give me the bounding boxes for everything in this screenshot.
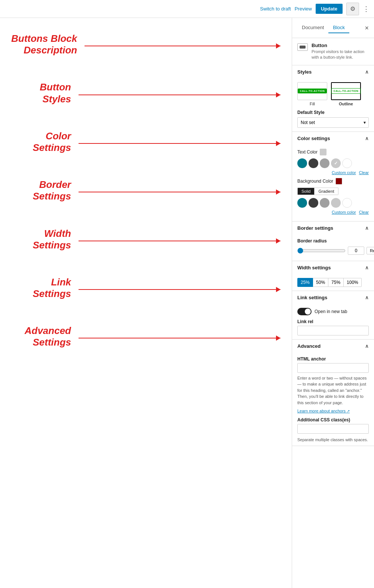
outline-label: Outline: [339, 102, 353, 106]
width-chevron-icon: ∧: [365, 265, 369, 270]
width-settings-panel: Width settings ∧ 25% 50% 75% 100%: [292, 261, 374, 291]
border-settings-title: Border settings: [297, 225, 333, 231]
link-settings-arrow: [79, 289, 280, 290]
text-custom-color-link[interactable]: Custom color: [332, 170, 356, 175]
bg-color-teal[interactable]: [297, 198, 307, 208]
style-fill[interactable]: CALL-TO-ACTION Fill: [297, 82, 327, 106]
link-chevron-icon: ∧: [365, 295, 369, 300]
link-settings-section: LinkSettings: [11, 276, 280, 303]
switch-to-draft-link[interactable]: Switch to draft: [260, 6, 291, 12]
styles-panel-body: CALL-TO-ACTION Fill CALL-TO-ACTION Outli…: [292, 78, 374, 131]
link-settings-label: LinkSettings: [11, 276, 71, 300]
default-style-select[interactable]: Not set: [297, 117, 369, 128]
tab-document[interactable]: Document: [297, 22, 328, 33]
additional-css-input[interactable]: [297, 424, 369, 434]
border-settings-header[interactable]: Border settings ∧: [292, 222, 374, 235]
link-settings-header[interactable]: Link settings ∧: [292, 291, 374, 304]
solid-tab[interactable]: Solid: [297, 188, 315, 195]
bg-color-row: Background Color: [297, 178, 369, 185]
bg-color-gray[interactable]: [320, 198, 329, 208]
block-info: Button Prompt visitors to take action wi…: [292, 38, 374, 65]
text-color-dark[interactable]: [309, 158, 318, 168]
width-settings-label: WidthSettings: [11, 228, 71, 251]
update-button[interactable]: Update: [316, 4, 343, 14]
advanced-header[interactable]: Advanced ∧: [292, 340, 374, 353]
width-75-button[interactable]: 75%: [328, 278, 344, 287]
width-100-button[interactable]: 100%: [344, 278, 362, 287]
link-settings-body: Open in new tab Link rel: [292, 304, 374, 339]
color-settings-chevron-icon: ∧: [365, 136, 369, 141]
color-settings-title: Color settings: [297, 136, 330, 141]
border-reset-button[interactable]: Reset: [367, 247, 374, 254]
advanced-settings-label: AdvancedSettings: [11, 325, 71, 348]
dots-icon[interactable]: ⋮: [363, 6, 370, 12]
text-clear-button[interactable]: Clear: [359, 170, 369, 175]
sidebar-header: Document Block ×: [292, 18, 374, 38]
style-fill-box: CALL-TO-ACTION: [297, 82, 327, 100]
text-color-gray[interactable]: [320, 158, 329, 168]
preview-link[interactable]: Preview: [295, 6, 312, 12]
style-outline[interactable]: CALL-TO-ACTION Outline: [331, 82, 361, 106]
text-color-circles: [297, 158, 369, 168]
close-icon[interactable]: ×: [365, 25, 369, 31]
bg-color-white[interactable]: [342, 198, 352, 208]
color-settings-panel: Color settings ∧ Text Color Custom color: [292, 132, 374, 222]
advanced-body: HTML anchor Enter a word or two — withou…: [292, 353, 374, 446]
fill-cta-text: CALL-TO-ACTION: [298, 89, 327, 93]
text-color-teal[interactable]: [297, 158, 307, 168]
text-color-white[interactable]: [342, 158, 352, 168]
width-settings-header[interactable]: Width settings ∧: [292, 261, 374, 274]
learn-more-link[interactable]: Learn more about anchors ↗: [297, 409, 350, 413]
fill-label: Fill: [310, 102, 315, 106]
bg-color-link-row: Custom color Clear: [297, 210, 369, 214]
block-info-text: Button Prompt visitors to take action wi…: [312, 43, 369, 61]
width-settings-title: Width settings: [297, 265, 331, 270]
bg-clear-button[interactable]: Clear: [359, 210, 369, 214]
styles-chevron-icon: ∧: [365, 69, 369, 75]
width-settings-body: 25% 50% 75% 100%: [292, 274, 374, 291]
css-note: Separate multiple classes with spaces.: [297, 437, 369, 442]
link-rel-input[interactable]: [297, 326, 369, 335]
advanced-panel: Advanced ∧ HTML anchor Enter a word or t…: [292, 340, 374, 446]
outline-cta-text: CALL-TO-ACTION: [331, 88, 361, 94]
styles-panel: Styles ∧ CALL-TO-ACTION Fill CALL-TO-ACT…: [292, 65, 374, 132]
html-anchor-desc: Enter a word or two — without spaces — t…: [297, 375, 369, 406]
border-chevron-icon: ∧: [365, 225, 369, 231]
button-styles-arrow: [79, 95, 280, 95]
block-desc: Prompt visitors to take action with a bu…: [312, 49, 369, 61]
open-new-tab-toggle[interactable]: [297, 308, 312, 315]
border-radius-input[interactable]: [348, 247, 364, 255]
default-style-label: Default Style: [297, 110, 369, 115]
bg-color-dark[interactable]: [309, 198, 318, 208]
text-color-swatch[interactable]: [320, 149, 327, 155]
styles-panel-header[interactable]: Styles ∧: [292, 65, 374, 78]
text-color-label: Text Color: [297, 149, 318, 155]
bg-color-light-gray[interactable]: [331, 198, 341, 208]
block-icon: [297, 43, 308, 51]
button-styles-label: ButtonStyles: [11, 81, 71, 105]
html-anchor-input[interactable]: [297, 363, 369, 373]
bg-color-swatch[interactable]: [335, 178, 342, 185]
border-radius-label: Border radius: [297, 238, 369, 244]
gradient-tab[interactable]: Gradient: [315, 188, 338, 195]
advanced-settings-section: AdvancedSettings: [11, 325, 280, 351]
advanced-title: Advanced: [297, 343, 321, 349]
width-50-button[interactable]: 50%: [313, 278, 328, 287]
border-radius-slider[interactable]: [297, 248, 346, 254]
button-styles-section: ButtonStyles: [11, 81, 280, 108]
styles-panel-title: Styles: [297, 69, 312, 75]
gear-button[interactable]: ⚙: [346, 3, 359, 15]
advanced-settings-arrow: [79, 338, 280, 338]
toggle-thumb: [305, 309, 311, 315]
default-style-select-wrap: Not set: [297, 117, 369, 128]
bg-color-label: Background Color: [297, 179, 333, 184]
border-settings-panel: Border settings ∧ Border radius Reset: [292, 222, 374, 261]
color-settings-label: ColorSettings: [11, 130, 71, 154]
text-color-row: Text Color: [297, 149, 369, 155]
width-25-button[interactable]: 25%: [297, 278, 313, 287]
text-color-light-gray[interactable]: [331, 158, 341, 168]
button-icon-inner: [300, 46, 306, 49]
color-settings-header[interactable]: Color settings ∧: [292, 132, 374, 145]
tab-block[interactable]: Block: [328, 22, 349, 33]
bg-custom-color-link[interactable]: Custom color: [332, 210, 356, 214]
